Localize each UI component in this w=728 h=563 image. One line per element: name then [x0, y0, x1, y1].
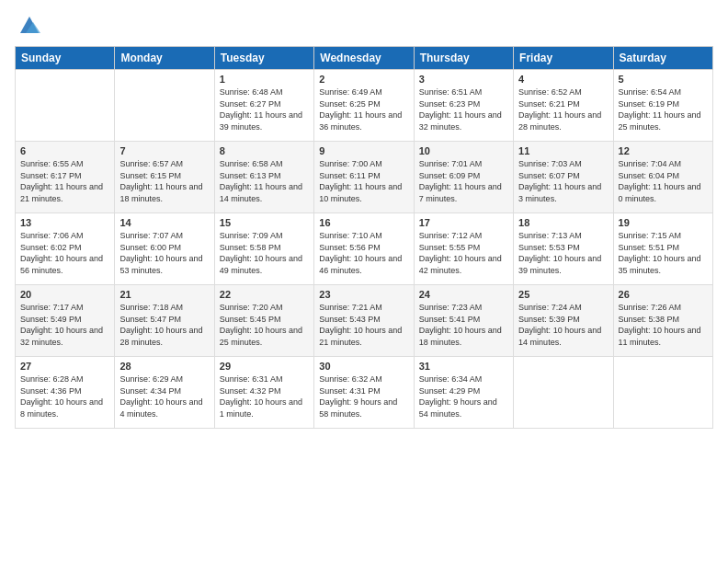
calendar-cell: 12Sunrise: 7:04 AM Sunset: 6:04 PM Dayli…: [613, 142, 712, 213]
day-info: Sunrise: 7:00 AM Sunset: 6:11 PM Dayligh…: [319, 158, 408, 204]
calendar-cell: 22Sunrise: 7:20 AM Sunset: 5:45 PM Dayli…: [214, 285, 313, 357]
day-number: 23: [319, 289, 408, 300]
day-info: Sunrise: 7:07 AM Sunset: 6:00 PM Dayligh…: [119, 230, 209, 276]
day-info: Sunrise: 7:24 AM Sunset: 5:39 PM Dayligh…: [518, 302, 608, 348]
day-info: Sunrise: 7:18 AM Sunset: 5:47 PM Dayligh…: [119, 302, 209, 348]
day-number: 2: [319, 74, 408, 85]
day-number: 9: [319, 145, 408, 156]
day-number: 5: [619, 74, 708, 85]
calendar-cell: [613, 357, 712, 429]
calendar-cell: 27Sunrise: 6:28 AM Sunset: 4:36 PM Dayli…: [16, 357, 115, 429]
day-number: 26: [619, 289, 708, 300]
day-number: 11: [518, 145, 608, 156]
day-info: Sunrise: 7:23 AM Sunset: 5:41 PM Dayligh…: [419, 302, 508, 348]
day-number: 18: [518, 217, 608, 228]
day-number: 29: [220, 361, 309, 372]
calendar-cell: 2Sunrise: 6:49 AM Sunset: 6:25 PM Daylig…: [314, 70, 414, 142]
calendar-header-row: SundayMondayTuesdayWednesdayThursdayFrid…: [16, 47, 713, 70]
day-number: 19: [619, 217, 708, 228]
calendar-cell: 31Sunrise: 6:34 AM Sunset: 4:29 PM Dayli…: [414, 357, 513, 429]
calendar-cell: 20Sunrise: 7:17 AM Sunset: 5:49 PM Dayli…: [16, 285, 115, 357]
day-number: 7: [119, 145, 209, 156]
day-number: 24: [419, 289, 508, 300]
calendar-cell: 26Sunrise: 7:26 AM Sunset: 5:38 PM Dayli…: [613, 285, 712, 357]
day-number: 20: [20, 289, 109, 300]
calendar-cell: 15Sunrise: 7:09 AM Sunset: 5:58 PM Dayli…: [214, 213, 313, 285]
day-number: 16: [319, 217, 408, 228]
day-info: Sunrise: 6:51 AM Sunset: 6:23 PM Dayligh…: [419, 86, 508, 132]
day-number: 25: [518, 289, 608, 300]
calendar-week-1: 1Sunrise: 6:48 AM Sunset: 6:27 PM Daylig…: [16, 70, 713, 142]
day-info: Sunrise: 6:57 AM Sunset: 6:15 PM Dayligh…: [119, 158, 209, 204]
day-info: Sunrise: 7:21 AM Sunset: 5:43 PM Dayligh…: [319, 302, 408, 348]
calendar-cell: 4Sunrise: 6:52 AM Sunset: 6:21 PM Daylig…: [514, 70, 613, 142]
day-info: Sunrise: 6:34 AM Sunset: 4:29 PM Dayligh…: [419, 373, 508, 419]
day-info: Sunrise: 6:52 AM Sunset: 6:21 PM Dayligh…: [518, 86, 608, 132]
calendar-cell: 11Sunrise: 7:03 AM Sunset: 6:07 PM Dayli…: [514, 142, 613, 213]
day-info: Sunrise: 6:32 AM Sunset: 4:31 PM Dayligh…: [319, 373, 408, 419]
calendar-cell: 14Sunrise: 7:07 AM Sunset: 6:00 PM Dayli…: [115, 213, 214, 285]
calendar-cell: 5Sunrise: 6:54 AM Sunset: 6:19 PM Daylig…: [613, 70, 712, 142]
calendar-cell: 30Sunrise: 6:32 AM Sunset: 4:31 PM Dayli…: [314, 357, 414, 429]
day-info: Sunrise: 7:13 AM Sunset: 5:53 PM Dayligh…: [518, 230, 608, 276]
day-info: Sunrise: 7:20 AM Sunset: 5:45 PM Dayligh…: [220, 302, 309, 348]
day-header-sunday: Sunday: [16, 47, 115, 70]
calendar-table: SundayMondayTuesdayWednesdayThursdayFrid…: [15, 46, 713, 429]
day-header-wednesday: Wednesday: [314, 47, 414, 70]
calendar-cell: 19Sunrise: 7:15 AM Sunset: 5:51 PM Dayli…: [613, 213, 712, 285]
day-number: 15: [220, 217, 309, 228]
calendar-cell: 25Sunrise: 7:24 AM Sunset: 5:39 PM Dayli…: [514, 285, 613, 357]
day-number: 21: [119, 289, 209, 300]
calendar-cell: 21Sunrise: 7:18 AM Sunset: 5:47 PM Dayli…: [115, 285, 214, 357]
day-info: Sunrise: 7:10 AM Sunset: 5:56 PM Dayligh…: [319, 230, 408, 276]
day-number: 6: [20, 145, 109, 156]
calendar-cell: 17Sunrise: 7:12 AM Sunset: 5:55 PM Dayli…: [414, 213, 513, 285]
day-number: 17: [419, 217, 508, 228]
day-info: Sunrise: 7:15 AM Sunset: 5:51 PM Dayligh…: [619, 230, 708, 276]
calendar-cell: 29Sunrise: 6:31 AM Sunset: 4:32 PM Dayli…: [214, 357, 313, 429]
day-info: Sunrise: 7:26 AM Sunset: 5:38 PM Dayligh…: [619, 302, 708, 348]
calendar-cell: [16, 70, 115, 142]
day-number: 8: [220, 145, 309, 156]
day-header-saturday: Saturday: [613, 47, 712, 70]
day-info: Sunrise: 7:01 AM Sunset: 6:09 PM Dayligh…: [419, 158, 508, 204]
day-info: Sunrise: 7:09 AM Sunset: 5:58 PM Dayligh…: [220, 230, 309, 276]
day-info: Sunrise: 6:48 AM Sunset: 6:27 PM Dayligh…: [220, 86, 309, 132]
page-header: [15, 15, 713, 37]
calendar-cell: 8Sunrise: 6:58 AM Sunset: 6:13 PM Daylig…: [214, 142, 313, 213]
logo: [15, 15, 42, 37]
day-number: 4: [518, 74, 608, 85]
calendar-cell: 18Sunrise: 7:13 AM Sunset: 5:53 PM Dayli…: [514, 213, 613, 285]
calendar-week-3: 13Sunrise: 7:06 AM Sunset: 6:02 PM Dayli…: [16, 213, 713, 285]
day-info: Sunrise: 6:55 AM Sunset: 6:17 PM Dayligh…: [20, 158, 109, 204]
calendar-cell: 23Sunrise: 7:21 AM Sunset: 5:43 PM Dayli…: [314, 285, 414, 357]
day-info: Sunrise: 6:58 AM Sunset: 6:13 PM Dayligh…: [220, 158, 309, 204]
day-number: 30: [319, 361, 408, 372]
day-info: Sunrise: 6:49 AM Sunset: 6:25 PM Dayligh…: [319, 86, 408, 132]
calendar-cell: [115, 70, 214, 142]
day-number: 22: [220, 289, 309, 300]
day-number: 31: [419, 361, 508, 372]
day-info: Sunrise: 7:06 AM Sunset: 6:02 PM Dayligh…: [20, 230, 109, 276]
calendar-cell: 16Sunrise: 7:10 AM Sunset: 5:56 PM Dayli…: [314, 213, 414, 285]
day-info: Sunrise: 7:03 AM Sunset: 6:07 PM Dayligh…: [518, 158, 608, 204]
day-header-thursday: Thursday: [414, 47, 513, 70]
calendar-cell: 24Sunrise: 7:23 AM Sunset: 5:41 PM Dayli…: [414, 285, 513, 357]
day-number: 12: [619, 145, 708, 156]
day-info: Sunrise: 6:54 AM Sunset: 6:19 PM Dayligh…: [619, 86, 708, 132]
day-number: 13: [20, 217, 109, 228]
day-info: Sunrise: 7:17 AM Sunset: 5:49 PM Dayligh…: [20, 302, 109, 348]
calendar-cell: 10Sunrise: 7:01 AM Sunset: 6:09 PM Dayli…: [414, 142, 513, 213]
day-header-friday: Friday: [514, 47, 613, 70]
day-header-tuesday: Tuesday: [214, 47, 313, 70]
logo-icon: [17, 11, 42, 37]
day-info: Sunrise: 7:12 AM Sunset: 5:55 PM Dayligh…: [419, 230, 508, 276]
day-number: 27: [20, 361, 109, 372]
calendar-cell: 6Sunrise: 6:55 AM Sunset: 6:17 PM Daylig…: [16, 142, 115, 213]
day-number: 3: [419, 74, 508, 85]
day-info: Sunrise: 6:29 AM Sunset: 4:34 PM Dayligh…: [119, 373, 209, 419]
calendar-cell: 28Sunrise: 6:29 AM Sunset: 4:34 PM Dayli…: [115, 357, 214, 429]
day-info: Sunrise: 6:31 AM Sunset: 4:32 PM Dayligh…: [220, 373, 309, 419]
calendar-cell: [514, 357, 613, 429]
day-info: Sunrise: 7:04 AM Sunset: 6:04 PM Dayligh…: [619, 158, 708, 204]
